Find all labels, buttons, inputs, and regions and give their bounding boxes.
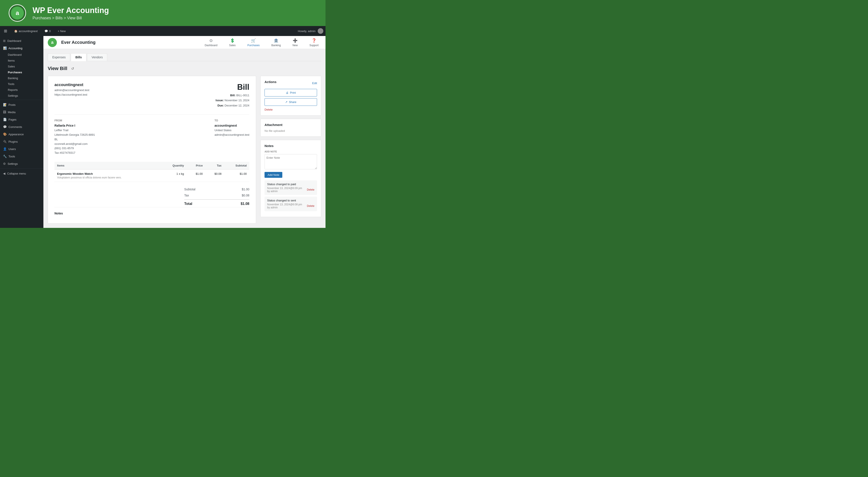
tab-bills[interactable]: Bills xyxy=(71,53,86,61)
sidebar-item-accounting[interactable]: 📊 Accounting xyxy=(0,44,43,52)
subtotal-col-header: Subtotal xyxy=(224,162,249,170)
to-label: To xyxy=(214,119,249,122)
sidebar-appearance-label: Appearance xyxy=(8,133,24,136)
items-col-header: Items xyxy=(55,162,161,170)
plugin-name: Ever Accounting xyxy=(61,40,95,45)
item-subtotal-0: $1.00 xyxy=(224,169,249,182)
bill-layout: accountingnext admin@accountingnext.test… xyxy=(48,76,321,224)
sidebar-item-plugins[interactable]: 🔌 Plugins xyxy=(0,138,43,145)
nav-dashboard-label: Dashboard xyxy=(205,44,217,47)
sidebar-divider-1 xyxy=(0,100,43,100)
site-name-item[interactable]: 🏠 accountingnext xyxy=(12,26,39,36)
appearance-icon: 🎨 xyxy=(3,133,7,136)
sidebar-sub-sales[interactable]: Sales xyxy=(8,64,43,69)
bill-notes-section: Notes xyxy=(55,207,249,215)
vendor-address1: Leffler Trail xyxy=(55,128,95,133)
sidebar-item-media[interactable]: 🖼 Media xyxy=(0,108,43,116)
note-input[interactable] xyxy=(265,154,317,169)
to-company: accountingnext xyxy=(214,124,249,127)
refresh-button[interactable]: ↺ xyxy=(69,66,75,72)
tab-expenses[interactable]: Expenses xyxy=(48,53,70,61)
print-button[interactable]: 🖨 Print xyxy=(265,89,317,97)
sidebar-item-tools[interactable]: 🔧 Tools xyxy=(0,152,43,160)
wp-logo-item[interactable]: ⊞ xyxy=(2,26,9,36)
vendor-phone: (691) 331-8579 xyxy=(55,146,95,151)
sidebar-sub-banking[interactable]: Banking xyxy=(8,75,43,81)
howdy-text: Howdy, admin xyxy=(298,30,315,33)
sidebar-item-comments[interactable]: 💬 Comments xyxy=(0,123,43,131)
new-nav-icon: ➕ xyxy=(293,38,298,43)
collapse-label: Collapse menu xyxy=(7,172,26,175)
qty-col-header: Quantity xyxy=(161,162,186,170)
vendor-address2: Littelmouth Georgia 72625-8891 xyxy=(55,133,95,137)
sidebar-comments-label: Comments xyxy=(8,125,22,129)
edit-link[interactable]: Edit xyxy=(312,81,317,85)
plugin-logo: a xyxy=(48,38,57,47)
bill-from: accountingnext admin@accountingnext.test… xyxy=(55,82,89,97)
add-note-button[interactable]: Add Note xyxy=(265,172,282,178)
nav-dashboard[interactable]: ⊙ Dashboard xyxy=(202,36,220,48)
item-name-0: Ergonomic Wooden Watch Voluptatem possim… xyxy=(55,169,161,182)
sidebar-item-dashboard[interactable]: ⊞ Dashboard xyxy=(0,37,43,44)
bill-number-label: Bill: xyxy=(230,94,236,97)
bill-meta: Bill: BILL-0011 Issue: November 13, 2024… xyxy=(216,93,249,108)
totals-wrapper: Subtotal $1.00 Tax $0.08 Total $1.08 xyxy=(55,186,249,207)
status-delete-0[interactable]: Delete xyxy=(307,188,314,191)
bill-issue-label: Issue: xyxy=(216,99,224,102)
tax-total-row: Tax $0.08 xyxy=(184,192,249,198)
nav-new[interactable]: ➕ New xyxy=(290,36,300,48)
attachment-panel: Attachment No file uploaded xyxy=(260,119,321,137)
sidebar-item-appearance[interactable]: 🎨 Appearance xyxy=(0,131,43,138)
sidebar-item-settings[interactable]: ⚙ Settings xyxy=(0,160,43,167)
sidebar-divider-2 xyxy=(0,168,43,169)
app-title-block: WP Ever Accounting Purchases > Bills > V… xyxy=(33,6,109,21)
comments-item[interactable]: 💬 0 xyxy=(43,26,52,36)
banking-nav-icon: 🏦 xyxy=(274,38,278,43)
status-delete-1[interactable]: Delete xyxy=(307,204,314,207)
tools-icon: 🔧 xyxy=(3,155,7,158)
dashboard-nav-icon: ⊙ xyxy=(209,38,213,43)
delete-link[interactable]: Delete xyxy=(265,108,273,111)
accounting-icon: 📊 xyxy=(3,46,7,50)
tab-vendors[interactable]: Vendors xyxy=(87,53,107,61)
new-item[interactable]: + New xyxy=(56,26,67,36)
nav-purchases[interactable]: 🛒 Purchases xyxy=(245,36,262,48)
purchases-nav-icon: 🛒 xyxy=(251,38,256,43)
sidebar-sub-settings[interactable]: Settings xyxy=(8,93,43,99)
users-icon: 👤 xyxy=(3,147,7,151)
nav-sales[interactable]: 💲 Sales xyxy=(226,36,238,48)
table-row: Ergonomic Wooden Watch Voluptatem possim… xyxy=(55,169,249,182)
sidebar-collapse-item[interactable]: ◀ Collapse menu xyxy=(0,170,43,177)
bill-to-party: To accountingnext United States admin@ac… xyxy=(214,119,249,155)
nav-banking[interactable]: 🏦 Banking xyxy=(269,36,283,48)
sidebar-sub-tools[interactable]: Tools xyxy=(8,81,43,87)
settings-icon: ⚙ xyxy=(3,162,6,165)
actions-panel-header: Actions Edit xyxy=(265,80,317,86)
tax-total-label: Tax xyxy=(184,194,189,197)
vendor-name: Rafaela Price I xyxy=(55,124,95,127)
nav-sales-label: Sales xyxy=(229,44,236,47)
status-note-datetime-1: November 13, 2024@6:08 pm by admin xyxy=(267,203,305,209)
bill-notes-title: Notes xyxy=(55,212,249,215)
sidebar-sub-items[interactable]: Items xyxy=(8,58,43,64)
sidebar-item-posts[interactable]: 📝 Posts xyxy=(0,101,43,108)
sidebar-posts-label: Posts xyxy=(8,103,16,106)
share-label: Share xyxy=(289,100,297,104)
sidebar-sub-dashboard[interactable]: Dashboard xyxy=(8,52,43,58)
app-header: a WP Ever Accounting Purchases > Bills >… xyxy=(0,0,326,26)
share-button[interactable]: ↗ Share xyxy=(265,98,317,106)
nav-support[interactable]: ❓ Support xyxy=(307,36,321,48)
notes-panel: Notes ADD NOTE Add Note Status changed t… xyxy=(260,140,321,217)
plugin-nav: ⊙ Dashboard 💲 Sales 🛒 Purchases 🏦 Bankin… xyxy=(202,36,321,48)
home-icon: 🏠 xyxy=(14,30,18,33)
sidebar-sub-purchases[interactable]: Purchases xyxy=(8,69,43,75)
sidebar-item-pages[interactable]: 📄 Pages xyxy=(0,116,43,123)
dashboard-icon: ⊞ xyxy=(3,39,6,42)
sidebar-item-users[interactable]: 👤 Users xyxy=(0,145,43,152)
item-tax-0: $0.08 xyxy=(205,169,224,182)
sidebar-sub-reports[interactable]: Reports xyxy=(8,87,43,93)
bill-from-company: accountingnext xyxy=(55,82,89,87)
main-layout: ⊞ Dashboard 📊 Accounting Dashboard Items… xyxy=(0,36,326,228)
wp-admin-bar: ⊞ 🏠 accountingnext 💬 0 + New Howdy, admi… xyxy=(0,26,326,36)
pages-icon: 📄 xyxy=(3,118,7,121)
